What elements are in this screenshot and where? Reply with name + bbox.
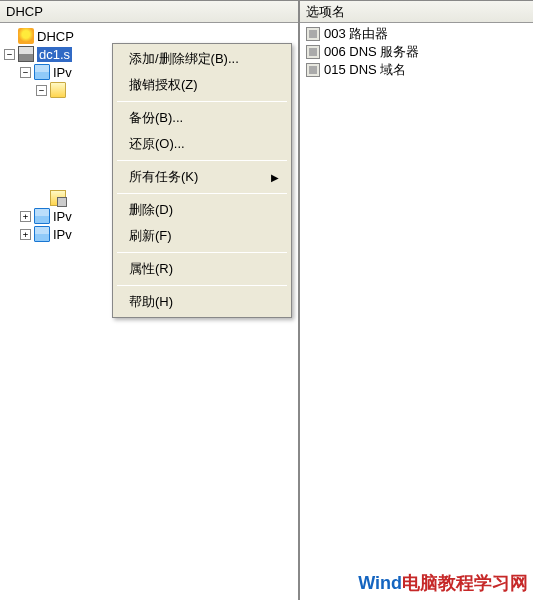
ipv-label-b: IPv (53, 209, 72, 224)
menu-delete[interactable]: 删除(D) (115, 197, 289, 223)
menu-revoke-auth[interactable]: 撤销授权(Z) (115, 72, 289, 98)
expand-minus-icon[interactable]: − (4, 49, 15, 60)
server-label: dc1.s (37, 47, 72, 62)
menu-add-remove-binding[interactable]: 添加/删除绑定(B)... (115, 46, 289, 72)
menu-all-tasks[interactable]: 所有任务(K) ▶ (115, 164, 289, 190)
option-label: 003 路由器 (324, 25, 388, 43)
menu-separator (117, 193, 287, 194)
expand-plus-icon[interactable]: + (20, 211, 31, 222)
right-header-text: 选项名 (306, 3, 345, 21)
option-item[interactable]: 006 DNS 服务器 (304, 43, 529, 61)
menu-refresh[interactable]: 刷新(F) (115, 223, 289, 249)
menu-backup[interactable]: 备份(B)... (115, 105, 289, 131)
submenu-arrow-icon: ▶ (271, 172, 279, 183)
tree-panel: DHCP DHCP − dc1.s − IPv − (0, 0, 300, 600)
left-header-text: DHCP (6, 4, 43, 19)
folder-icon (50, 82, 66, 98)
menu-separator (117, 160, 287, 161)
option-icon (306, 63, 320, 77)
option-label: 015 DNS 域名 (324, 61, 406, 79)
option-icon (306, 45, 320, 59)
expand-minus-icon[interactable]: − (36, 85, 47, 96)
option-icon (306, 27, 320, 41)
expand-minus-icon[interactable]: − (20, 67, 31, 78)
options-panel: 选项名 003 路由器 006 DNS 服务器 015 DNS 域名 (300, 0, 533, 600)
menu-help[interactable]: 帮助(H) (115, 289, 289, 315)
bottom-prefix: Wind (358, 573, 402, 593)
ipv-icon (34, 208, 50, 224)
context-menu: 添加/删除绑定(B)... 撤销授权(Z) 备份(B)... 还原(O)... … (112, 43, 292, 318)
bottom-main: 电脑教程学习网 (402, 573, 528, 593)
ipv-label-c: IPv (53, 227, 72, 242)
dhcp-icon (18, 28, 34, 44)
ipv-icon (34, 226, 50, 242)
ipv-label-a: IPv (53, 65, 72, 80)
option-item[interactable]: 015 DNS 域名 (304, 61, 529, 79)
menu-separator (117, 252, 287, 253)
bottom-watermark: Wind电脑教程学习网 (358, 571, 528, 595)
right-header[interactable]: 选项名 (300, 1, 533, 23)
menu-separator (117, 101, 287, 102)
root-label: DHCP (37, 29, 74, 44)
ipv-icon (34, 64, 50, 80)
scope-icon (50, 190, 66, 206)
option-item[interactable]: 003 路由器 (304, 25, 529, 43)
left-header: DHCP (0, 1, 298, 23)
option-list[interactable]: 003 路由器 006 DNS 服务器 015 DNS 域名 (300, 23, 533, 81)
menu-restore[interactable]: 还原(O)... (115, 131, 289, 157)
server-icon (18, 46, 34, 62)
expand-plus-icon[interactable]: + (20, 229, 31, 240)
menu-properties[interactable]: 属性(R) (115, 256, 289, 282)
menu-separator (117, 285, 287, 286)
option-label: 006 DNS 服务器 (324, 43, 419, 61)
